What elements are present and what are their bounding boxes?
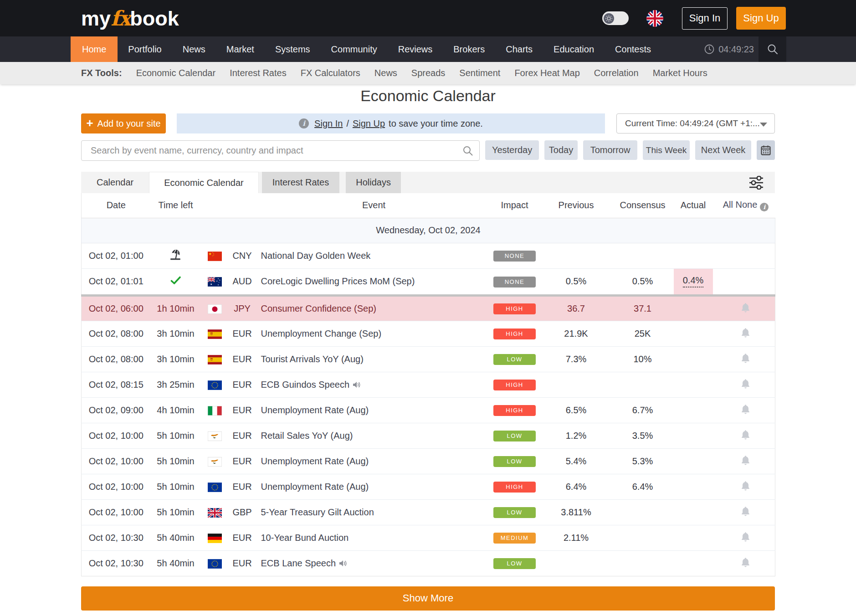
fx-tool-link-economic-calendar[interactable]: Economic Calendar: [136, 68, 216, 78]
alert-cell[interactable]: [717, 295, 775, 321]
bell-icon[interactable]: [741, 557, 750, 567]
event-name[interactable]: Retail Sales YoY (Aug): [256, 423, 492, 448]
current-time-dropdown[interactable]: Current Time: 04:49:24 (GMT +1:...: [616, 113, 775, 133]
alert-cell[interactable]: [717, 525, 775, 550]
alert-cell[interactable]: [717, 499, 775, 525]
event-name[interactable]: Tourist Arrivals YoY (Aug): [256, 346, 492, 372]
calendar-picker-button[interactable]: [757, 140, 775, 160]
event-row[interactable]: Oct 02, 08:003h 10minEURTourist Arrivals…: [82, 346, 775, 372]
nav-item-brokers[interactable]: Brokers: [443, 36, 495, 62]
bell-icon[interactable]: [741, 506, 750, 516]
event-name[interactable]: Unemployment Rate (Aug): [256, 474, 492, 499]
alert-cell[interactable]: [717, 448, 775, 474]
tab-interest-rates[interactable]: Interest Rates: [262, 172, 340, 193]
event-row[interactable]: Oct 02, 08:153h 25minEURECB Guindos Spee…: [82, 372, 775, 397]
bell-icon[interactable]: [741, 303, 750, 313]
fx-tool-link-forex-heat-map[interactable]: Forex Heat Map: [514, 68, 579, 78]
nav-item-community[interactable]: Community: [321, 36, 388, 62]
nav-item-home[interactable]: Home: [71, 36, 118, 62]
alert-cell[interactable]: [717, 346, 775, 372]
tab-calendar[interactable]: Calendar: [81, 172, 149, 193]
fx-tool-link-news[interactable]: News: [374, 68, 397, 78]
event-row[interactable]: Oct 02, 01:00CNYNational Day Golden Week…: [82, 243, 775, 268]
event-row[interactable]: Oct 02, 06:001h 10minJPYConsumer Confide…: [82, 295, 775, 321]
country-flag-spain-icon: [201, 346, 229, 372]
col-header-impact[interactable]: Impact: [492, 193, 537, 218]
fx-tool-link-interest-rates[interactable]: Interest Rates: [230, 68, 287, 78]
col-header-all-none[interactable]: All Nonei: [717, 193, 775, 218]
bell-icon[interactable]: [741, 532, 750, 542]
nav-item-systems[interactable]: Systems: [265, 36, 321, 62]
range-button-today[interactable]: Today: [544, 140, 578, 160]
event-name[interactable]: CoreLogic Dwelling Prices MoM (Sep): [256, 268, 492, 295]
event-name[interactable]: National Day Golden Week: [256, 243, 492, 268]
event-name[interactable]: ECB Guindos Speech: [256, 372, 492, 397]
alert-cell[interactable]: [717, 397, 775, 423]
event-name[interactable]: Unemployment Change (Sep): [256, 321, 492, 346]
filter-settings-button[interactable]: [749, 175, 764, 190]
nav-item-news[interactable]: News: [172, 36, 216, 62]
event-name[interactable]: 10-Year Bund Auction: [256, 525, 492, 550]
bell-icon[interactable]: [741, 353, 750, 363]
nav-item-education[interactable]: Education: [543, 36, 605, 62]
event-name[interactable]: Unemployment Rate (Aug): [256, 397, 492, 423]
bell-icon[interactable]: [741, 430, 750, 440]
event-row[interactable]: Oct 02, 10:305h 40minEUR10-Year Bund Auc…: [82, 525, 775, 550]
fx-tool-link-fx-calculators[interactable]: FX Calculators: [301, 68, 360, 78]
alert-cell[interactable]: [717, 372, 775, 397]
myfxbook-logo[interactable]: myfxbook: [81, 8, 179, 30]
event-row[interactable]: Oct 02, 10:305h 40minEURECB Lane SpeechL…: [82, 550, 775, 576]
event-row[interactable]: Oct 02, 10:005h 10minEURRetail Sales YoY…: [82, 423, 775, 448]
add-to-your-site-button[interactable]: +Add to your site: [81, 113, 166, 133]
bell-icon[interactable]: [741, 379, 750, 389]
fx-tool-link-market-hours[interactable]: Market Hours: [653, 68, 707, 78]
range-button-next-week[interactable]: Next Week: [695, 140, 751, 160]
search-input[interactable]: [81, 140, 480, 161]
col-header-previous[interactable]: Previous: [537, 193, 615, 218]
bell-icon[interactable]: [741, 455, 750, 465]
fx-tool-link-spreads[interactable]: Spreads: [411, 68, 446, 78]
col-header-date[interactable]: Date: [82, 193, 151, 218]
col-header-consensus[interactable]: Consensus: [615, 193, 670, 218]
range-button-yesterday[interactable]: Yesterday: [485, 140, 539, 160]
nav-item-reviews[interactable]: Reviews: [388, 36, 443, 62]
col-header-time-left[interactable]: Time left: [151, 193, 201, 218]
alert-cell[interactable]: [717, 321, 775, 346]
nav-item-contests[interactable]: Contests: [605, 36, 661, 62]
banner-sign-up-link[interactable]: Sign Up: [353, 118, 385, 129]
range-button-this-week[interactable]: This Week: [643, 140, 690, 160]
alert-cell[interactable]: [717, 550, 775, 576]
sign-up-button[interactable]: Sign Up: [736, 7, 786, 30]
tab-economic-calendar[interactable]: Economic Calendar: [149, 172, 259, 193]
col-header-actual[interactable]: Actual: [670, 193, 717, 218]
show-more-button[interactable]: Show More: [81, 586, 775, 611]
tab-holidays[interactable]: Holidays: [346, 172, 401, 193]
nav-item-portfolio[interactable]: Portfolio: [118, 36, 172, 62]
event-row[interactable]: Oct 02, 10:005h 10minGBP5-Year Treasury …: [82, 499, 775, 525]
event-row[interactable]: Oct 02, 10:005h 10minEURUnemployment Rat…: [82, 448, 775, 474]
nav-item-market[interactable]: Market: [216, 36, 265, 62]
event-row[interactable]: Oct 02, 09:004h 10minEURUnemployment Rat…: [82, 397, 775, 423]
language-flag-uk-icon[interactable]: [646, 10, 663, 27]
event-name[interactable]: ECB Lane Speech: [256, 550, 492, 576]
nav-item-charts[interactable]: Charts: [495, 36, 543, 62]
bell-icon[interactable]: [741, 481, 750, 491]
bell-icon[interactable]: [741, 328, 750, 338]
alert-cell[interactable]: [717, 423, 775, 448]
fx-tool-link-sentiment[interactable]: Sentiment: [459, 68, 500, 78]
event-name[interactable]: Unemployment Rate (Aug): [256, 448, 492, 474]
event-name[interactable]: 5-Year Treasury Gilt Auction: [256, 499, 492, 525]
fx-tool-link-correlation[interactable]: Correlation: [594, 68, 639, 78]
alert-cell[interactable]: [717, 474, 775, 499]
banner-sign-in-link[interactable]: Sign In: [314, 118, 343, 129]
range-button-tomorrow[interactable]: Tomorrow: [583, 140, 637, 160]
nav-search-button[interactable]: [759, 36, 786, 62]
col-header-event[interactable]: Event: [256, 193, 492, 218]
event-row[interactable]: Oct 02, 01:01AUDCoreLogic Dwelling Price…: [82, 268, 775, 295]
event-row[interactable]: Oct 02, 08:003h 10minEURUnemployment Cha…: [82, 321, 775, 346]
bell-icon[interactable]: [741, 404, 750, 414]
event-name[interactable]: Consumer Confidence (Sep): [256, 295, 492, 321]
sign-in-button[interactable]: Sign In: [682, 7, 728, 30]
event-row[interactable]: Oct 02, 10:005h 10minEURUnemployment Rat…: [82, 474, 775, 499]
theme-toggle[interactable]: [602, 11, 629, 25]
